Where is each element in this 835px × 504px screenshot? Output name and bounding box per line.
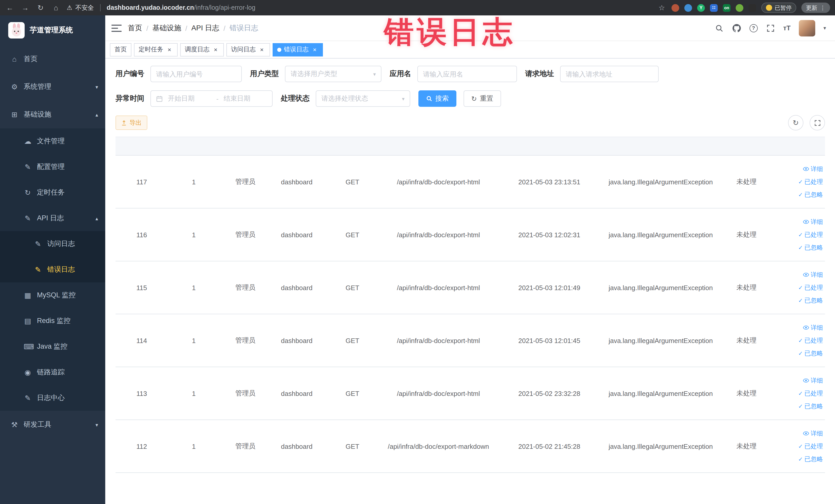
sidebar-item[interactable]: ▤ Redis 监控 [0, 308, 105, 334]
extension-icon[interactable]: Y [697, 4, 705, 12]
reload-icon[interactable]: ↻ [36, 4, 45, 12]
extension-icon[interactable] [736, 4, 744, 12]
cell-status: 未处理 [717, 208, 776, 261]
bookmark-star-icon[interactable]: ☆ [657, 4, 666, 12]
column-header [604, 137, 717, 155]
check-icon: ✓ [798, 334, 803, 347]
ignored-link[interactable]: ✓ 已忽略 [776, 188, 823, 201]
cell-request-url: /api/infra/db-doc/export-html [383, 155, 494, 208]
tab-close-icon[interactable]: × [212, 46, 219, 53]
extension-icon[interactable] [684, 4, 692, 12]
end-date-placeholder: 结束日期 [224, 94, 267, 103]
extension-icon[interactable]: ∷ [710, 4, 718, 12]
detail-link[interactable]: 详细 [776, 216, 823, 228]
font-size-icon[interactable]: тT [783, 24, 791, 32]
search-button[interactable]: 搜索 [419, 90, 456, 107]
back-icon[interactable]: ← [5, 4, 14, 12]
sidebar-item[interactable]: ✎ 日志中心 [0, 385, 105, 411]
help-icon[interactable]: ? [749, 24, 757, 32]
sidebar-item[interactable]: ⌨ Java 监控 [0, 334, 105, 360]
request-url-input[interactable] [566, 70, 653, 78]
site-security[interactable]: ⚠ 不安全 [67, 3, 94, 12]
start-date-placeholder: 开始日期 [168, 94, 211, 103]
date-range-picker[interactable]: 开始日期 - 结束日期 [150, 90, 272, 107]
forward-icon[interactable]: → [21, 4, 30, 12]
search-icon[interactable] [714, 23, 724, 33]
breadcrumb-link[interactable]: 首页 [128, 23, 142, 33]
avatar[interactable] [799, 20, 815, 36]
table-row: 116 1 管理员 dashboard GET /api/infra/db-do… [116, 208, 825, 261]
user-type-select[interactable]: 请选择用户类型 ▾ [285, 66, 382, 82]
refresh-button[interactable]: ↻ [788, 115, 803, 130]
sidebar-item[interactable]: ⊞ 基础设施 ▴ [0, 101, 105, 128]
tab-close-icon[interactable]: × [311, 46, 318, 53]
extension-on-icon[interactable]: on [723, 4, 731, 12]
user-id-input[interactable] [156, 70, 236, 78]
sidebar-item[interactable]: ▦ MySQL 监控 [0, 282, 105, 308]
ignored-link[interactable]: ✓ 已忽略 [776, 347, 823, 360]
tab[interactable]: 访问日志 × [226, 43, 270, 56]
extension-icon[interactable] [749, 4, 756, 12]
ignored-link[interactable]: ✓ 已忽略 [776, 294, 823, 307]
breadcrumb-link[interactable]: 基础设施 [152, 23, 181, 33]
cell-method: GET [322, 420, 383, 473]
breadcrumb-link[interactable]: API 日志 [191, 23, 220, 33]
process-status-select[interactable]: 请选择处理状态 ▾ [316, 90, 410, 107]
home-icon[interactable]: ⌂ [51, 4, 61, 12]
github-icon[interactable] [732, 23, 741, 33]
export-button[interactable]: 导出 [116, 116, 147, 130]
paused-badge[interactable]: 已暂停 [761, 3, 796, 13]
sidebar-item[interactable]: ✎ 错误日志 [0, 257, 105, 282]
extension-icon[interactable] [672, 4, 679, 12]
table-fullscreen-button[interactable] [810, 115, 825, 130]
detail-link[interactable]: 详细 [776, 427, 823, 440]
processed-link[interactable]: ✓ 已处理 [776, 175, 823, 188]
address-bar[interactable]: dashboard.yudao.iocoder.cn/infra/log/api… [107, 4, 256, 11]
tab[interactable]: 定时任务 × [134, 43, 178, 56]
reset-button[interactable]: ↻ 重置 [464, 90, 501, 107]
sidebar-item[interactable]: ✎ 访问日志 [0, 231, 105, 257]
ignored-link[interactable]: ✓ 已忽略 [776, 452, 823, 465]
tab-close-icon[interactable]: × [258, 46, 265, 53]
breadcrumb-link[interactable]: 错误日志 [229, 23, 258, 33]
detail-link[interactable]: 详细 [776, 163, 823, 175]
ignored-link[interactable]: ✓ 已忽略 [776, 400, 823, 412]
app-logo[interactable]: 芋道管理系统 [0, 15, 105, 45]
sidebar-item[interactable]: ✎ 配置管理 [0, 154, 105, 180]
tab[interactable]: 错误日志 × [272, 43, 323, 56]
processed-link[interactable]: ✓ 已处理 [776, 281, 823, 294]
app-name-input[interactable] [423, 70, 511, 78]
sidebar-item[interactable]: ⚒ 研发工具 ▾ [0, 411, 105, 439]
detail-link[interactable]: 详细 [776, 268, 823, 281]
detail-link[interactable]: 详细 [776, 374, 823, 387]
filter-form-row-1: 用户编号 用户类型 请选择用户类型 ▾ 应用名 [116, 66, 825, 82]
fullscreen-icon[interactable] [766, 23, 775, 33]
sidebar-item[interactable]: ⚙ 系统管理 ▾ [0, 73, 105, 101]
ignored-link[interactable]: ✓ 已忽略 [776, 241, 823, 254]
cell-exception-name: java.lang.IllegalArgumentException [604, 208, 717, 261]
tab[interactable]: 调度日志 × [180, 43, 224, 56]
chevron-icon: ▾ [96, 84, 98, 89]
sidebar-item[interactable]: ✎ API 日志 ▴ [0, 205, 105, 231]
check-icon: ✓ [798, 400, 803, 412]
processed-link[interactable]: ✓ 已处理 [776, 387, 823, 400]
avatar-caret-icon[interactable]: ▾ [823, 25, 826, 31]
update-button[interactable]: 更新 ⋮ [801, 3, 830, 13]
cell-exception-name: java.lang.IllegalArgumentException [604, 420, 717, 473]
tab[interactable]: 首页 [110, 43, 131, 56]
tab-close-icon[interactable]: × [166, 46, 173, 53]
sidebar-item[interactable]: ◉ 链路追踪 [0, 360, 105, 385]
tab-label: 调度日志 [185, 45, 209, 54]
sidebar-item[interactable]: ☁ 文件管理 [0, 128, 105, 154]
detail-link[interactable]: 详细 [776, 321, 823, 334]
cell-log-id: 113 [116, 367, 168, 420]
document-icon: ✎ [34, 240, 42, 248]
processed-link[interactable]: ✓ 已处理 [776, 228, 823, 241]
cell-exception-name: java.lang.IllegalArgumentException [604, 261, 717, 314]
processed-link[interactable]: ✓ 已处理 [776, 334, 823, 347]
sidebar-item[interactable]: ↻ 定时任务 [0, 180, 105, 205]
chevron-down-icon: ▾ [402, 96, 405, 101]
hamburger-icon[interactable] [111, 24, 122, 32]
sidebar-item[interactable]: ⌂ 首页 [0, 45, 105, 73]
processed-link[interactable]: ✓ 已处理 [776, 440, 823, 452]
